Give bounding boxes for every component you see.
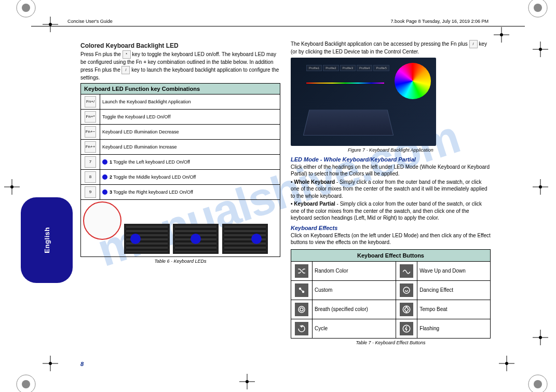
registration-mark-bl (16, 374, 36, 392)
table-caption: Table 7 - Keyboard Effect Buttons (291, 340, 491, 346)
crosshair-bl (43, 356, 58, 371)
registration-mark-br (527, 374, 548, 392)
figure-caption: Figure 7 - Keyboard Backlight Applicatio… (291, 147, 491, 153)
svg-point-38 (300, 308, 303, 311)
key-icon: Fn+/ (85, 96, 96, 107)
keyboard-led-table: Keyboard LED Function key Combinations F… (80, 83, 280, 257)
tempo-icon (400, 303, 413, 316)
svg-point-28 (246, 380, 249, 383)
wave-icon (400, 264, 413, 278)
keyboard-effect-table: Keyboard Effect Buttons Random Color Wav… (291, 249, 491, 339)
table-caption: Table 6 - Keyboard LEDs (80, 258, 280, 264)
table-row: 93 Toggle the Right keyboard LED On/Off (81, 185, 280, 200)
key-icon-inline: * (123, 50, 131, 59)
svg-point-12 (539, 48, 542, 51)
section-title: Colored Keyboard Backlight LED (80, 42, 280, 49)
header-right: 7.book Page 8 Tuesday, July 16, 2019 2:0… (391, 19, 489, 24)
language-label: English (43, 227, 50, 253)
crosshair-mr (533, 179, 548, 195)
crosshair-tl (43, 17, 58, 32)
key-icon: 7 (85, 156, 96, 168)
key-icon-inline-3: / (469, 40, 478, 48)
svg-point-6 (534, 4, 542, 12)
keyboard-thumb-right (222, 224, 268, 254)
bullet-item: • Whole Keyboard - Simply click a color … (291, 179, 491, 200)
dancing-icon (400, 283, 413, 297)
key-icon: Fn+− (85, 126, 96, 138)
registration-mark-tr (527, 0, 548, 18)
svg-point-19 (534, 380, 542, 388)
key-icon: Fn++ (85, 141, 96, 153)
svg-point-14 (22, 380, 30, 388)
effects-paragraph: Click on Keyboard Effects (on the left u… (291, 232, 491, 246)
crosshair-br2 (533, 330, 548, 345)
random-icon (295, 264, 308, 278)
table-row: Fn+*Toggle the Keyboard LED On/Off (81, 110, 280, 125)
svg-point-39 (299, 306, 305, 313)
custom-icon (295, 283, 308, 297)
keyboard-backlight-app-screenshot: Profile1Profile2Profile3Profile4Profile5 (291, 58, 436, 146)
bullet-item: • Keyboard Partial - Simply click a colo… (291, 200, 491, 222)
svg-point-17 (49, 362, 52, 365)
table-header: Keyboard LED Function key Combinations (81, 84, 280, 94)
table-row: 82 Toggle the Middle keyboard LED On/Off (81, 170, 280, 185)
svg-point-31 (10, 185, 13, 188)
svg-point-22 (505, 362, 508, 365)
table-row-images (81, 200, 280, 257)
table-row: Breath (specified color) Tempo Beat (291, 300, 491, 319)
crosshair-tr (494, 27, 509, 43)
subsection-title-effects: Keyboard Effects (291, 225, 491, 231)
flashing-icon (400, 322, 413, 335)
app-paragraph: The Keyboard Backlight application can b… (291, 40, 491, 56)
svg-point-37 (403, 287, 410, 293)
svg-point-9 (500, 33, 503, 36)
key-icon: 8 (85, 171, 96, 183)
crosshair-ml (4, 179, 20, 195)
header-rule (31, 26, 525, 26)
key-icon-inline-2: / (121, 66, 130, 74)
table-row: Fn++Keyboard LED Illumination Increase (81, 140, 280, 155)
table-row: Custom Dancing Effect (291, 280, 491, 300)
registration-mark-tl (16, 0, 36, 18)
subsection-title: LED Mode - Whole Keyboard/Keyboard Parti… (291, 156, 491, 163)
svg-point-1 (22, 4, 30, 12)
table-row: Fn+/Launch the Keyboard Backlight Applic… (81, 94, 280, 110)
key-icon: Fn+* (85, 111, 96, 123)
table-row: 71 Toggle the Left keyboard LED On/Off (81, 155, 280, 170)
table-row: Random Color Wave Up and Down (291, 261, 491, 280)
keyboard-thumb-mid (173, 224, 219, 254)
svg-point-25 (539, 336, 542, 339)
crosshair-tr2 (533, 42, 548, 57)
led-mode-paragraph: Click either of the headings on the left… (291, 164, 491, 178)
crosshair-br (499, 356, 514, 371)
table-row: Cycle Flashing (291, 319, 491, 338)
table-header: Keyboard Effect Buttons (291, 249, 491, 261)
keyboard-preview (303, 110, 394, 136)
left-column: Colored Keyboard Backlight LED Press Fn … (80, 39, 280, 265)
keyboard-thumb-left (124, 224, 170, 254)
language-tab: English (21, 197, 73, 283)
crosshair-bc (239, 374, 255, 389)
header-left: Concise User's Guide (67, 19, 113, 24)
key-icon: 9 (85, 186, 96, 198)
numpad-diagram (83, 201, 121, 240)
section-paragraph: Press Fn plus the * key to toggle the ke… (80, 50, 280, 81)
breath-icon (295, 303, 308, 316)
color-wheel (395, 63, 431, 99)
cycle-icon (295, 322, 308, 335)
svg-point-34 (539, 185, 542, 188)
page-number: 8 (80, 361, 84, 367)
table-row: Fn+−Keyboard LED Illumination Decrease (81, 125, 280, 140)
right-column: The Keyboard Backlight application can b… (291, 39, 491, 347)
